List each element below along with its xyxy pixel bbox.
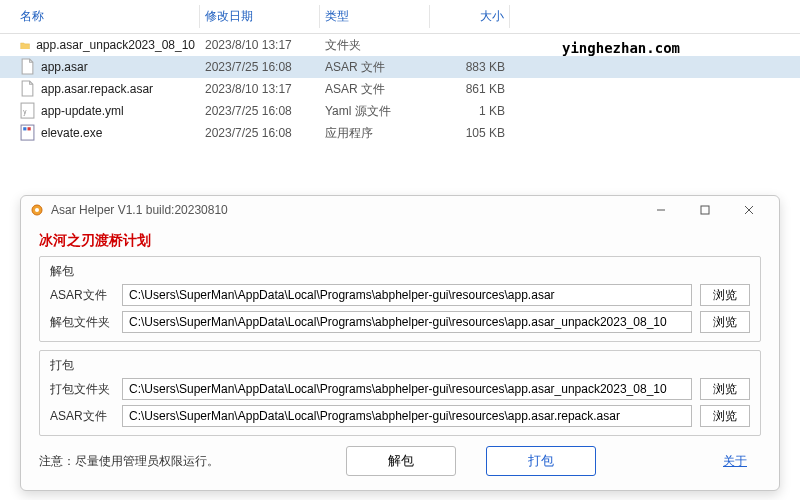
unpack-asar-browse-button[interactable]: 浏览 [700, 284, 750, 306]
svg-point-6 [35, 208, 39, 212]
file-date: 2023/7/25 16:08 [200, 126, 320, 140]
pack-group: 打包 打包文件夹 浏览 ASAR文件 浏览 [39, 350, 761, 436]
file-type: ASAR 文件 [320, 81, 430, 98]
pack-asar-input[interactable] [122, 405, 692, 427]
svg-rect-3 [23, 128, 26, 131]
file-icon [20, 82, 35, 97]
file-date: 2023/8/10 13:17 [200, 38, 320, 52]
file-date: 2023/8/10 13:17 [200, 82, 320, 96]
pack-folder-label: 打包文件夹 [50, 381, 114, 398]
folder-icon [20, 38, 30, 53]
pack-asar-label: ASAR文件 [50, 408, 114, 425]
file-date: 2023/7/25 16:08 [200, 60, 320, 74]
close-button[interactable] [727, 197, 771, 223]
file-row[interactable]: elevate.exe2023/7/25 16:08应用程序105 KB [0, 122, 800, 144]
file-type: 文件夹 [320, 37, 430, 54]
admin-note: 注意：尽量使用管理员权限运行。 [39, 453, 219, 470]
file-type: 应用程序 [320, 125, 430, 142]
asar-helper-dialog: Asar Helper V1.1 build:20230810 冰河之刃渡桥计划… [20, 195, 780, 491]
yml-icon: y [20, 104, 35, 119]
file-row[interactable]: app.asar2023/7/25 16:08ASAR 文件883 KB [0, 56, 800, 78]
pack-group-label: 打包 [50, 357, 750, 374]
file-size: 105 KB [430, 126, 510, 140]
unpack-asar-input[interactable] [122, 284, 692, 306]
unpack-group-label: 解包 [50, 263, 750, 280]
dialog-titlebar[interactable]: Asar Helper V1.1 build:20230810 [21, 196, 779, 224]
file-explorer-list: 名称 修改日期 类型 大小 app.asar_unpack2023_08_102… [0, 0, 800, 144]
app-gear-icon [29, 202, 45, 218]
unpack-folder-input[interactable] [122, 311, 692, 333]
header-date[interactable]: 修改日期 [200, 5, 320, 28]
plan-title: 冰河之刃渡桥计划 [39, 232, 761, 250]
file-name: app.asar_unpack2023_08_10 [36, 38, 195, 52]
minimize-button[interactable] [639, 197, 683, 223]
file-name: elevate.exe [41, 126, 102, 140]
unpack-asar-label: ASAR文件 [50, 287, 114, 304]
pack-asar-browse-button[interactable]: 浏览 [700, 405, 750, 427]
exe-icon [20, 126, 35, 141]
pack-button[interactable]: 打包 [486, 446, 596, 476]
dialog-title: Asar Helper V1.1 build:20230810 [51, 203, 639, 217]
unpack-group: 解包 ASAR文件 浏览 解包文件夹 浏览 [39, 256, 761, 342]
pack-folder-browse-button[interactable]: 浏览 [700, 378, 750, 400]
file-name: app-update.yml [41, 104, 124, 118]
header-size[interactable]: 大小 [430, 5, 510, 28]
svg-rect-4 [28, 128, 31, 131]
file-date: 2023/7/25 16:08 [200, 104, 320, 118]
file-type: Yaml 源文件 [320, 103, 430, 120]
watermark-text: yinghezhan.com [562, 40, 680, 56]
file-name: app.asar.repack.asar [41, 82, 153, 96]
file-size: 861 KB [430, 82, 510, 96]
file-size: 1 KB [430, 104, 510, 118]
file-name: app.asar [41, 60, 88, 74]
file-row[interactable]: app.asar.repack.asar2023/8/10 13:17ASAR … [0, 78, 800, 100]
file-list-header: 名称 修改日期 类型 大小 [0, 0, 800, 34]
unpack-button[interactable]: 解包 [346, 446, 456, 476]
file-size: 883 KB [430, 60, 510, 74]
header-name[interactable]: 名称 [0, 5, 200, 28]
file-icon [20, 60, 35, 75]
maximize-button[interactable] [683, 197, 727, 223]
file-row[interactable]: app.asar_unpack2023_08_102023/8/10 13:17… [0, 34, 800, 56]
file-type: ASAR 文件 [320, 59, 430, 76]
about-link[interactable]: 关于 [723, 453, 747, 470]
pack-folder-input[interactable] [122, 378, 692, 400]
unpack-folder-browse-button[interactable]: 浏览 [700, 311, 750, 333]
unpack-folder-label: 解包文件夹 [50, 314, 114, 331]
header-type[interactable]: 类型 [320, 5, 430, 28]
svg-rect-8 [701, 206, 709, 214]
file-row[interactable]: yapp-update.yml2023/7/25 16:08Yaml 源文件1 … [0, 100, 800, 122]
